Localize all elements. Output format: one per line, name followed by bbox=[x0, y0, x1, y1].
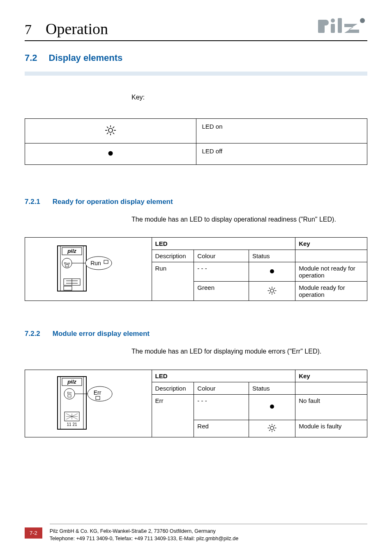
svg-rect-3 bbox=[331, 24, 335, 33]
cell-description: Err bbox=[152, 394, 194, 437]
svg-rect-21 bbox=[65, 265, 69, 267]
svg-rect-1 bbox=[318, 20, 329, 25]
col-status: Status bbox=[249, 382, 295, 394]
page-number: 7-2 bbox=[25, 527, 42, 539]
module-diagram-err: pilz Err 11 21 Err bbox=[25, 370, 152, 437]
table-row: LED off bbox=[25, 143, 367, 165]
subsection-title: Module error display element bbox=[53, 330, 150, 338]
cell-description: Run bbox=[152, 262, 194, 301]
col-description: Description bbox=[152, 382, 194, 394]
svg-line-60 bbox=[269, 425, 270, 426]
section-heading: 7.2 Display elements bbox=[25, 53, 367, 63]
subsection-number: 7.2.2 bbox=[25, 330, 40, 338]
page-header: 7 Operation bbox=[25, 16, 367, 41]
section-title: Display elements bbox=[49, 53, 123, 63]
diagram-brand: pilz bbox=[67, 248, 76, 254]
svg-line-37 bbox=[274, 292, 275, 294]
subsection-intro: The module has an LED to display operati… bbox=[131, 215, 367, 224]
err-led-table: pilz Err 11 21 Err bbox=[25, 370, 367, 437]
key-row-text: LED on bbox=[196, 119, 367, 143]
page-footer: 7-2 Pilz GmbH & Co. KG, Felix-Wankel-Str… bbox=[0, 524, 392, 543]
key-label: Key: bbox=[131, 94, 367, 101]
col-led: LED bbox=[152, 370, 295, 382]
svg-point-31 bbox=[270, 289, 274, 292]
svg-point-54 bbox=[270, 405, 274, 409]
svg-line-11 bbox=[107, 127, 108, 128]
svg-line-36 bbox=[269, 288, 270, 289]
svg-point-2 bbox=[331, 18, 335, 23]
section-divider bbox=[25, 72, 367, 76]
svg-line-39 bbox=[269, 292, 270, 294]
led-off-icon bbox=[249, 394, 295, 420]
col-status: Status bbox=[249, 250, 295, 262]
svg-point-5 bbox=[360, 18, 365, 23]
subsection-number: 7.2.1 bbox=[25, 198, 40, 206]
subsection-heading: 7.2.1 Ready for operation display elemen… bbox=[25, 198, 367, 206]
svg-rect-4 bbox=[338, 18, 342, 33]
led-off-icon bbox=[106, 149, 115, 159]
section-number: 7.2 bbox=[25, 53, 37, 63]
svg-rect-26 bbox=[64, 286, 72, 290]
col-led: LED bbox=[152, 238, 295, 250]
svg-line-13 bbox=[113, 127, 114, 128]
svg-line-14 bbox=[107, 133, 108, 134]
led-off-icon bbox=[249, 262, 295, 282]
chapter-number: 7 bbox=[25, 22, 32, 37]
pilz-logo-icon bbox=[318, 16, 367, 38]
col-colour: Colour bbox=[194, 382, 249, 394]
cell-colour: Red bbox=[194, 420, 249, 437]
table-row: LED on bbox=[25, 119, 367, 143]
terminal-label: 11 21 bbox=[67, 422, 77, 427]
col-key: Key bbox=[295, 238, 367, 250]
footer-line-1: Pilz GmbH & Co. KG, Felix-Wankel-Straße … bbox=[50, 527, 367, 535]
led-on-icon-cell bbox=[25, 119, 196, 143]
svg-rect-28 bbox=[104, 260, 108, 264]
footer-line-2: Telephone: +49 711 3409-0, Telefax: +49 … bbox=[50, 535, 367, 543]
callout-label: Err bbox=[93, 389, 101, 396]
run-led-table: pilz Run Run LED Key Descr bbox=[25, 237, 367, 301]
module-diagram-run: pilz Run Run bbox=[25, 238, 152, 301]
svg-point-30 bbox=[270, 269, 274, 273]
cell-colour: - - - bbox=[194, 262, 249, 282]
table-row: pilz Run Run LED Key bbox=[25, 238, 367, 250]
key-table: LED on LED off bbox=[25, 118, 367, 165]
svg-text:Err: Err bbox=[67, 391, 71, 395]
cell-colour: Green bbox=[194, 282, 249, 301]
diagram-brand: pilz bbox=[67, 379, 76, 385]
led-on-icon bbox=[249, 420, 295, 437]
led-on-icon bbox=[249, 282, 295, 301]
footer-text: Pilz GmbH & Co. KG, Felix-Wankel-Straße … bbox=[50, 524, 367, 543]
col-description: Description bbox=[152, 250, 194, 262]
svg-rect-52 bbox=[96, 396, 100, 400]
svg-line-12 bbox=[113, 133, 114, 134]
svg-line-38 bbox=[274, 288, 275, 289]
col-key: Key bbox=[295, 370, 367, 382]
svg-point-15 bbox=[108, 151, 113, 156]
col-colour: Colour bbox=[194, 250, 249, 262]
callout-label: Run bbox=[90, 260, 101, 266]
svg-line-62 bbox=[274, 425, 275, 426]
cell-key: Module is faulty bbox=[295, 420, 367, 437]
led-on-icon bbox=[104, 125, 118, 137]
key-row-text: LED off bbox=[196, 143, 367, 165]
subsection-heading: 7.2.2 Module error display element bbox=[25, 330, 367, 338]
cell-colour: - - - bbox=[194, 394, 249, 420]
svg-point-55 bbox=[270, 426, 274, 430]
subsection-intro: The module has an LED for displaying mod… bbox=[131, 347, 367, 356]
svg-rect-45 bbox=[68, 395, 71, 397]
subsection-title: Ready for operation display element bbox=[53, 198, 173, 206]
cell-key: Module ready for operation bbox=[295, 282, 367, 301]
svg-point-6 bbox=[108, 128, 113, 132]
led-off-icon-cell bbox=[25, 143, 196, 165]
chapter-heading: 7 Operation bbox=[25, 20, 108, 38]
table-row: pilz Err 11 21 Err bbox=[25, 370, 367, 382]
svg-line-61 bbox=[274, 430, 275, 431]
cell-key: No fault bbox=[295, 394, 367, 420]
svg-line-63 bbox=[269, 430, 270, 431]
cell-key: Module not ready for opera­tion bbox=[295, 262, 367, 282]
chapter-title: Operation bbox=[46, 20, 108, 38]
